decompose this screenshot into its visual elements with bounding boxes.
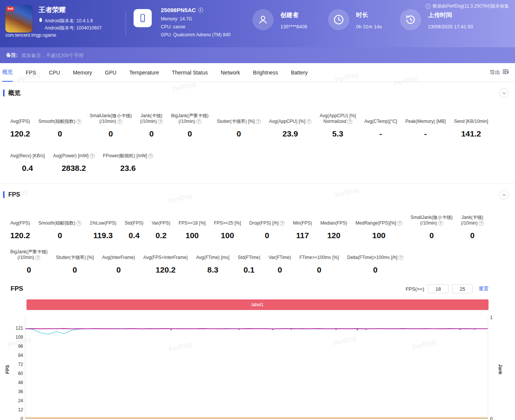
metric-label: Avg(InterFrame)	[102, 249, 135, 260]
help-icon[interactable]: ?	[196, 119, 201, 124]
metric-label: Avg(AppCPU) [%]?	[269, 113, 311, 124]
export-icon	[503, 69, 509, 76]
metric-label: Send [KB/10min]	[454, 113, 488, 124]
metric-value: 0.4	[22, 164, 33, 173]
metric-label: FPS>=25 [%]	[214, 215, 241, 226]
metric-label: MedRange(FPS)[%]?	[356, 215, 402, 226]
device-memory: Memory: 14.7G	[161, 15, 230, 23]
metric-card: FTime>=100ms [%]0	[295, 249, 343, 274]
metric-value: 2838.2	[62, 164, 86, 173]
metric-value: 117	[296, 231, 309, 240]
metric-label: 1%Low(FPS)	[90, 215, 117, 226]
help-icon[interactable]: ?	[307, 119, 311, 124]
help-icon[interactable]: ?	[347, 119, 352, 124]
help-icon[interactable]: ?	[90, 153, 95, 158]
remark-bar: 备注:	[0, 47, 515, 63]
metric-card: Avg(Power) [mW]?2838.2	[49, 147, 99, 173]
metric-value: 23.6	[120, 164, 136, 173]
metric-card: Std(FPS)0.4	[121, 215, 148, 240]
tab-FPS[interactable]: FPS	[26, 64, 36, 81]
tab-概览[interactable]: 概览	[2, 64, 13, 82]
overview-section-header: 概览	[0, 82, 515, 104]
metric-label: Avg(FTime) [ms]	[196, 249, 229, 260]
reset-button[interactable]: 重置	[479, 285, 489, 292]
metric-card: Stutter(卡顿率) [%]0	[52, 249, 98, 274]
metric-label: FTime>=100ms [%]	[299, 249, 339, 260]
metric-card: Var(FPS)0.2	[148, 215, 174, 240]
creator-value: 135****6409	[280, 24, 307, 29]
tab-Battery[interactable]: Battery	[291, 64, 308, 81]
data-point-marker	[474, 329, 476, 330]
header-divider	[126, 11, 126, 36]
metric-row: Avg(FPS)120.2Smooth(稳帧指数)?01%Low(FPS)119…	[0, 215, 515, 240]
metric-label: Delta(FTime)>100ms [/h]?	[347, 249, 404, 260]
fps-metrics: Avg(FPS)120.2Smooth(稳帧指数)?01%Low(FPS)119…	[0, 215, 515, 274]
metric-row: Avg(FPS)120.2Smooth(稳帧指数)?0SmallJank(微小卡…	[0, 113, 515, 138]
metric-value: 0	[73, 265, 77, 274]
metric-value: 0.1	[244, 265, 255, 274]
tab-CPU[interactable]: CPU	[49, 64, 60, 81]
help-icon[interactable]: ?	[76, 221, 81, 226]
fps-threshold-low-input[interactable]	[428, 284, 448, 293]
tab-Temperature[interactable]: Temperature	[129, 64, 159, 81]
tabs-list: 概览FPSCPUMemoryGPUTemperatureThermal Stat…	[2, 64, 308, 82]
metric-value: 23.9	[282, 129, 298, 138]
fps-chart: FPS 12110996847260483624120 10 00:0001:3…	[0, 318, 515, 420]
fps-threshold-high-input[interactable]	[452, 284, 473, 293]
help-icon[interactable]: ?	[158, 119, 163, 124]
chevron-down-icon	[502, 92, 506, 95]
tab-GPU[interactable]: GPU	[105, 64, 116, 81]
metric-label: FPS>=18 [%]	[179, 215, 205, 226]
metric-card: FPower(帧能耗) [mW]?23.6	[99, 147, 157, 173]
device-cpu: CPU: canoe	[161, 23, 230, 31]
metric-card: Avg(Recv) [KB/s]0.4	[6, 147, 49, 173]
metric-label: Avg(CTemp)[°C]	[364, 113, 397, 124]
metric-label: Avg(Recv) [KB/s]	[10, 147, 45, 159]
metric-label: Median(FPS)	[321, 215, 347, 226]
overview-collapse-button[interactable]	[499, 88, 509, 98]
help-icon[interactable]: ?	[397, 221, 402, 226]
collector-note-text: 数据由PerfDog(11.3.250764)版本收集	[433, 3, 509, 9]
duration-block: 时长 0h 31m 14s	[328, 9, 400, 30]
metric-label: Avg(AppCPU) [%]Normalized?	[320, 113, 356, 124]
metric-value: 0	[317, 265, 322, 274]
device-info-icon[interactable]: i	[198, 8, 203, 12]
device-block: 25098PN5AC i Memory: 14.7G CPU: canoe GP…	[134, 7, 242, 39]
metric-value: 120.2	[156, 265, 176, 274]
metric-card: Smooth(稳帧指数)?0	[34, 113, 86, 138]
help-icon[interactable]: ?	[148, 153, 153, 158]
tab-Network[interactable]: Network	[221, 64, 240, 81]
chevron-down-icon	[502, 194, 506, 196]
fps-chart-title: FPS	[11, 285, 23, 293]
tab-Thermal Status[interactable]: Thermal Status	[172, 64, 208, 81]
help-icon[interactable]: ?	[398, 255, 403, 260]
tab-Memory[interactable]: Memory	[73, 64, 92, 81]
metric-label: Peak(Memory) [MB]	[405, 113, 446, 124]
metric-value: 0	[188, 129, 192, 138]
metric-value: 100	[372, 231, 386, 240]
help-icon[interactable]: ?	[256, 119, 261, 124]
duration-value: 0h 31m 14s	[356, 24, 382, 29]
fps-collapse-button[interactable]	[499, 190, 509, 200]
help-icon[interactable]: ?	[438, 221, 443, 226]
export-button[interactable]: 导出	[490, 69, 509, 76]
remark-input[interactable]	[21, 53, 509, 58]
metric-label: Jank(卡顿)(/10min)?	[140, 113, 163, 124]
help-icon[interactable]: ?	[479, 221, 484, 226]
metric-label: Drop(FPS) [/h]?	[249, 215, 285, 226]
metric-card: Avg(CTemp)[°C]-	[360, 113, 401, 138]
tab-Brightness[interactable]: Brightness	[253, 64, 278, 81]
metric-value: 0	[429, 231, 434, 240]
metric-label: Smooth(稳帧指数)?	[39, 113, 81, 124]
help-icon[interactable]: ?	[35, 255, 40, 260]
section-accent	[3, 191, 5, 198]
metric-card: Jank(卡顿)(/10min)?0	[136, 113, 167, 138]
tabs-bar: 概览FPSCPUMemoryGPUTemperatureThermal Stat…	[0, 63, 515, 82]
device-gpu: GPU: Qualcomm Adreno (TM) 840	[161, 31, 230, 39]
android-version-name: Android版本名: 10.4.1.6	[45, 17, 93, 25]
help-icon[interactable]: ?	[117, 119, 122, 124]
help-icon[interactable]: ?	[280, 221, 285, 226]
metric-label: Smooth(稳帧指数)?	[39, 215, 81, 226]
help-icon[interactable]: ?	[76, 119, 81, 124]
metric-value: 0	[58, 129, 62, 138]
